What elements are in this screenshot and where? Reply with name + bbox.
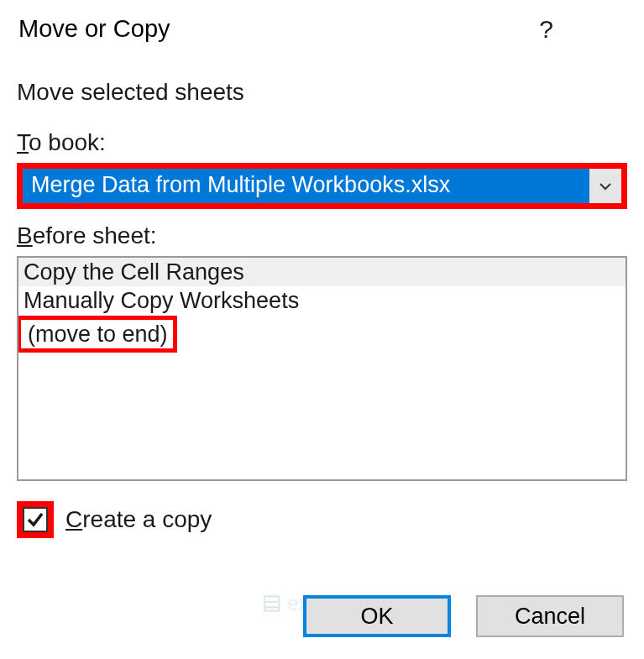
chevron-down-icon [599, 182, 612, 191]
create-copy-label: Create a copy [65, 506, 212, 533]
section-header: Move selected sheets [17, 79, 627, 106]
title-bar: Move or Copy ? [0, 0, 644, 54]
list-item-move-to-end[interactable]: (move to end) [17, 316, 177, 353]
before-sheet-label: Before sheet: [17, 222, 627, 249]
to-book-dropdown[interactable]: Merge Data from Multiple Workbooks.xlsx [17, 163, 627, 209]
dialog-buttons: OK Cancel [303, 595, 624, 637]
list-item[interactable]: Copy the Cell Ranges [18, 258, 626, 286]
help-icon[interactable]: ? [539, 15, 553, 44]
list-item[interactable]: Manually Copy Worksheets [18, 286, 626, 315]
cancel-button[interactable]: Cancel [476, 595, 624, 637]
checkmark-icon [26, 510, 45, 529]
create-copy-row: Create a copy [17, 501, 627, 538]
to-book-label: To book: [17, 129, 627, 156]
ok-button[interactable]: OK [303, 595, 451, 637]
create-copy-checkbox[interactable] [17, 501, 54, 538]
dropdown-toggle-button[interactable] [589, 169, 621, 203]
watermark-logo-icon [260, 593, 282, 615]
before-sheet-listbox[interactable]: Copy the Cell Ranges Manually Copy Works… [17, 256, 627, 481]
dialog-content: Move selected sheets To book: Merge Data… [0, 54, 644, 538]
dropdown-selected-value: Merge Data from Multiple Workbooks.xlsx [23, 169, 589, 203]
titlebar-controls: ? [539, 15, 604, 44]
dialog-title: Move or Copy [18, 15, 539, 43]
